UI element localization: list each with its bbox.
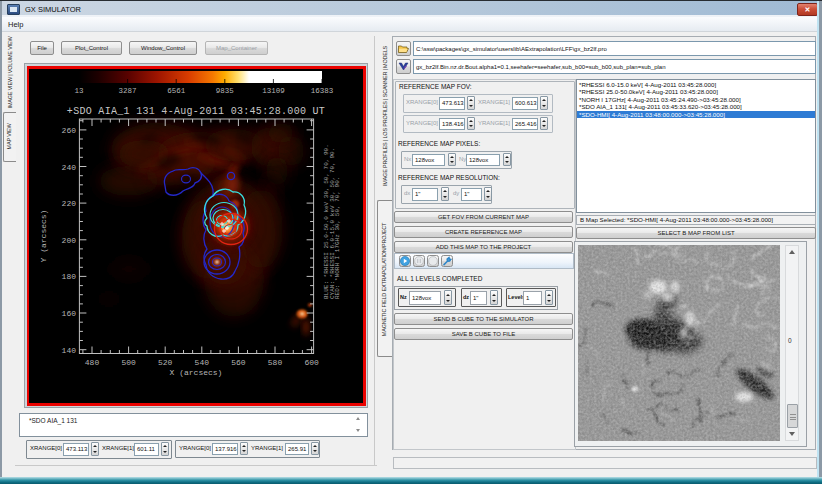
svg-text:6561: 6561: [167, 87, 186, 95]
svg-text:480: 480: [85, 358, 100, 367]
svg-text:540: 540: [195, 358, 210, 367]
svg-text:X (arcsecs): X (arcsecs): [170, 368, 223, 377]
svg-text:9835: 9835: [216, 87, 235, 95]
svg-text:16383: 16383: [311, 87, 334, 95]
svg-text:3287: 3287: [119, 87, 137, 95]
svg-text:240: 240: [62, 163, 77, 172]
svg-text:580: 580: [268, 358, 283, 367]
svg-text:13: 13: [74, 87, 84, 95]
svg-text:Y (arcsecs): Y (arcsecs): [39, 210, 48, 263]
svg-text:520: 520: [158, 358, 173, 367]
svg-text:600: 600: [304, 358, 319, 367]
svg-text:160: 160: [62, 309, 77, 318]
svg-text:180: 180: [62, 272, 77, 281]
svg-text:260: 260: [62, 126, 77, 135]
svg-text:13109: 13109: [262, 87, 285, 95]
svg-text:220: 220: [62, 199, 77, 208]
svg-text:140: 140: [62, 346, 77, 355]
svg-text:500: 500: [121, 358, 136, 367]
svg-text:RED: *NORH I 17GHz 30, 50, 70,: RED: *NORH I 17GHz 30, 50, 70, 90.: [334, 177, 341, 299]
svg-text:+SDO AIA_1 131 4-Aug-2011 03:: +SDO AIA_1 131 4-Aug-2011 03:45:28.000 U…: [67, 106, 325, 117]
svg-text:200: 200: [62, 236, 77, 245]
svg-text:560: 560: [231, 358, 246, 367]
